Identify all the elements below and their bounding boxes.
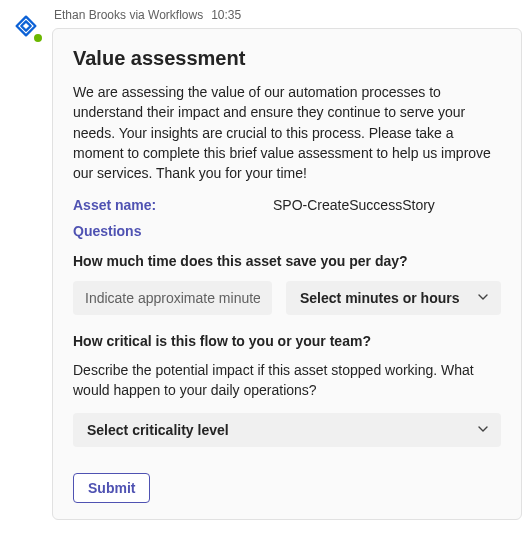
criticality-select-label: Select criticality level (87, 422, 229, 438)
adaptive-card: Value assessment We are assessing the va… (52, 28, 522, 520)
asset-name-value: SPO-CreateSuccessStory (273, 197, 501, 213)
message-time: 10:35 (211, 8, 241, 22)
question-2-text: How critical is this flow to you or your… (73, 333, 501, 349)
time-unit-select-label: Select minutes or hours (300, 290, 459, 306)
time-unit-select[interactable]: Select minutes or hours (286, 281, 501, 315)
message-meta: Ethan Brooks via Workflows 10:35 (52, 8, 522, 22)
time-input[interactable] (73, 281, 272, 315)
submit-button[interactable]: Submit (73, 473, 150, 503)
message-body: Ethan Brooks via Workflows 10:35 Value a… (52, 8, 522, 520)
question-2-subtext: Describe the potential impact if this as… (73, 361, 501, 400)
question-2: How critical is this flow to you or your… (73, 333, 501, 446)
avatar (10, 10, 42, 42)
question-1-text: How much time does this asset save you p… (73, 253, 501, 269)
asset-name-label: Asset name: (73, 197, 273, 213)
sender-name: Ethan Brooks via Workflows (54, 8, 203, 22)
presence-available-icon (32, 32, 44, 44)
chevron-down-icon (477, 422, 489, 438)
message-row: Ethan Brooks via Workflows 10:35 Value a… (0, 0, 532, 530)
criticality-select[interactable]: Select criticality level (73, 413, 501, 447)
card-title: Value assessment (73, 47, 501, 70)
question-1-controls: Select minutes or hours (73, 281, 501, 315)
questions-label: Questions (73, 223, 501, 239)
question-1: How much time does this asset save you p… (73, 253, 501, 315)
asset-row: Asset name: SPO-CreateSuccessStory (73, 197, 501, 213)
chevron-down-icon (477, 290, 489, 306)
card-description: We are assessing the value of our automa… (73, 82, 501, 183)
